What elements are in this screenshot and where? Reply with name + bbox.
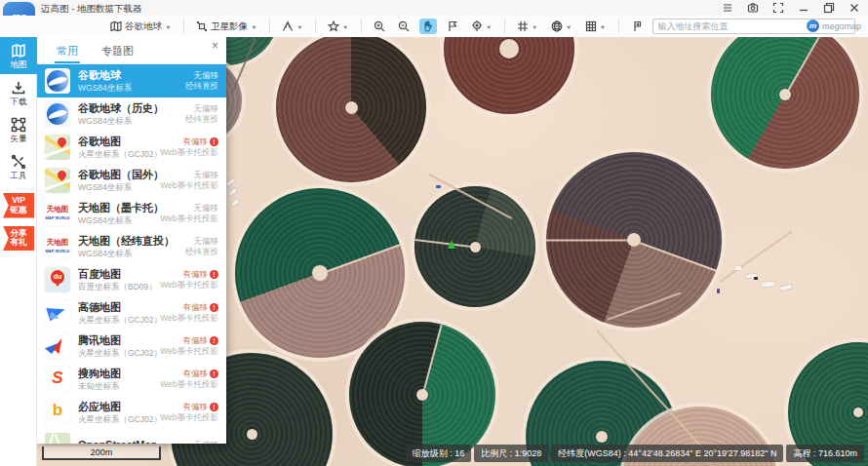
irrigation-circle	[276, 37, 426, 182]
sidebar-item-矢量[interactable]: 矢量	[0, 111, 37, 148]
clear-marks-button[interactable]	[628, 19, 646, 34]
layer-row[interactable]: 谷歌地图（国外）WGS84坐标系无偏移Web墨卡托投影	[37, 164, 226, 197]
share-gift-badge[interactable]: 分享有礼	[3, 226, 34, 252]
tile-tool-button[interactable]: ▼	[582, 19, 610, 34]
screenshot-button[interactable]	[746, 2, 759, 14]
layer-row[interactable]: S搜狗地图未知坐标系有偏移!Web墨卡托投影	[37, 363, 226, 396]
layer-crs: 百度坐标系（BD09）	[78, 282, 160, 292]
fullscreen-button[interactable]	[771, 2, 784, 14]
projection-label: 经纬直投	[185, 247, 218, 257]
zoom-in-icon	[374, 20, 385, 32]
layer-name: 谷歌地球	[78, 69, 185, 83]
layer-row-text: 天地图（经纬直投）WGS84坐标系	[78, 235, 185, 258]
pivot-center	[416, 389, 428, 401]
building	[231, 199, 240, 207]
map-canvas[interactable]: × 常用专题图 谷歌地球WGS84坐标系无偏移经纬直投谷歌地球（历史）WGS84…	[37, 37, 868, 466]
projection-label: Web墨卡托投影	[160, 313, 218, 324]
vehicle-dot	[754, 277, 758, 280]
layer-crs: WGS84坐标系	[78, 249, 185, 259]
projection-tool-button[interactable]: ▼	[548, 19, 575, 34]
clear-pin-icon	[631, 20, 643, 32]
location-tool-button[interactable]: ▼	[468, 19, 495, 34]
warning-icon: !	[210, 303, 218, 312]
grid-tool-button[interactable]: ▼	[514, 19, 541, 34]
menu-button[interactable]	[721, 2, 733, 14]
layer-row[interactable]: 天地图MAP WORLD天地图（经纬直投）WGS84坐标系无偏移经纬直投	[37, 230, 226, 263]
chevron-down-icon: ▼	[532, 23, 538, 29]
warning-icon: !	[210, 336, 218, 345]
pivot-center	[627, 233, 641, 247]
sidebar-item-label: 下载	[11, 97, 27, 106]
zoom-out-button[interactable]	[395, 19, 413, 34]
close-icon[interactable]: ×	[212, 40, 218, 52]
pivot-arm-track	[546, 240, 634, 242]
vehicle-dot	[717, 289, 720, 293]
favorites-button[interactable]: ▼	[325, 19, 352, 34]
irrigation-circle	[546, 152, 722, 328]
chevron-down-icon: ▼	[251, 23, 257, 29]
elevation-indicator: 高程 : 716.610m	[786, 445, 864, 462]
chevron-down-icon: ▼	[486, 23, 493, 29]
map-source-dropdown[interactable]: 谷歌地球▼	[107, 19, 175, 35]
status-bar: 缩放级别 : 16比例尺 : 1:9028经纬度(WGS84) : 44°42'…	[406, 445, 864, 462]
pivot-center	[470, 242, 481, 252]
minimize-button[interactable]	[797, 2, 809, 14]
building	[228, 188, 238, 197]
layer-row[interactable]: 腾讯地图火星坐标系（GCJ02）有偏移!Web墨卡托投影	[37, 330, 226, 363]
projection-label: Web墨卡托投影	[160, 379, 218, 390]
layer-crs: WGS84坐标系	[78, 83, 185, 94]
layer-name: 谷歌地图	[78, 136, 160, 149]
close-button[interactable]	[848, 2, 860, 14]
flag-tool-button[interactable]	[444, 19, 461, 34]
sidebar-item-下载[interactable]: 下载	[0, 74, 37, 111]
tree-placemark[interactable]	[448, 240, 455, 249]
layer-crs: WGS84坐标系	[78, 182, 160, 193]
layer-row[interactable]: b必应地图火星坐标系（GCJ02）有偏移!Web墨卡托投影	[37, 396, 226, 429]
pivot-center	[499, 39, 519, 58]
layer-row[interactable]: du百度地图百度坐标系（BD09）有偏移!Web墨卡托投影	[37, 263, 226, 296]
building	[226, 178, 236, 187]
coordinates-indicator: 经纬度(WGS84) : 44°42'48.26834" E 20°19'27.…	[551, 445, 783, 462]
measure-tool-button[interactable]: ▼	[279, 19, 306, 34]
globe-grid-icon	[551, 20, 563, 32]
layer-row-text: 腾讯地图火星坐标系（GCJ02）	[78, 334, 160, 358]
layer-name: 腾讯地图	[78, 334, 160, 348]
layer-row[interactable]: 谷歌地球（历史）WGS84坐标系无偏移经纬直投	[37, 97, 226, 131]
projection-label: 经纬直投	[185, 114, 218, 125]
imagery-type-dropdown[interactable]: 卫星影像▼	[193, 19, 260, 35]
layer-row[interactable]: 谷歌地球WGS84坐标系无偏移经纬直投	[37, 64, 226, 97]
zoom-in-button[interactable]	[371, 19, 388, 34]
layer-crs: 火星坐标系（GCJ02）	[78, 348, 160, 359]
pan-hand-icon	[422, 20, 434, 32]
osm-icon	[45, 433, 70, 444]
layer-row[interactable]: 高德地图火星坐标系（GCJ02）有偏移!Web墨卡托投影	[37, 296, 226, 330]
projection-label: Web墨卡托投影	[160, 280, 218, 291]
layer-row[interactable]: 谷歌地图火星坐标系（GCJ02）有偏移!Web墨卡托投影	[37, 131, 226, 164]
pivot-center	[853, 408, 863, 417]
layer-row-text: 搜狗地图未知坐标系	[78, 368, 160, 391]
projection-label: 经纬直投	[185, 81, 218, 92]
restore-button[interactable]	[822, 2, 835, 14]
download-icon	[11, 80, 26, 96]
sidebar-item-label: 工具	[11, 172, 27, 180]
projection-label: Web墨卡托投影	[160, 214, 218, 224]
tianditu-icon: 天地图MAP WORLD	[45, 234, 70, 259]
brand-logo-icon: m	[807, 19, 819, 32]
pivot-center	[779, 89, 791, 100]
vector-icon	[11, 117, 26, 133]
layer-row[interactable]: 天地图MAP WORLD天地图（墨卡托）WGS84坐标系无偏移Web墨卡托投影	[37, 197, 226, 230]
layer-row[interactable]: OpenStreetMap无偏移	[37, 429, 226, 444]
tab-常用[interactable]: 常用	[57, 44, 78, 63]
pan-tool-button[interactable]	[419, 19, 437, 34]
vip-promo-badge[interactable]: VIP钜惠	[3, 193, 34, 218]
pivot-center	[312, 265, 328, 281]
layer-crs: 火星坐标系（GCJ02）	[78, 149, 160, 160]
tab-专题图[interactable]: 专题图	[101, 44, 134, 63]
sidebar-item-label: 地图	[11, 60, 27, 69]
title-bar: 迈高图 - 地图数据下载器	[0, 0, 868, 16]
flag-icon	[447, 20, 458, 32]
sidebar-item-工具[interactable]: 工具	[0, 148, 37, 185]
sidebar-item-地图[interactable]: 地图	[0, 37, 37, 74]
measure-icon	[282, 20, 294, 32]
pivot-center	[596, 431, 608, 443]
